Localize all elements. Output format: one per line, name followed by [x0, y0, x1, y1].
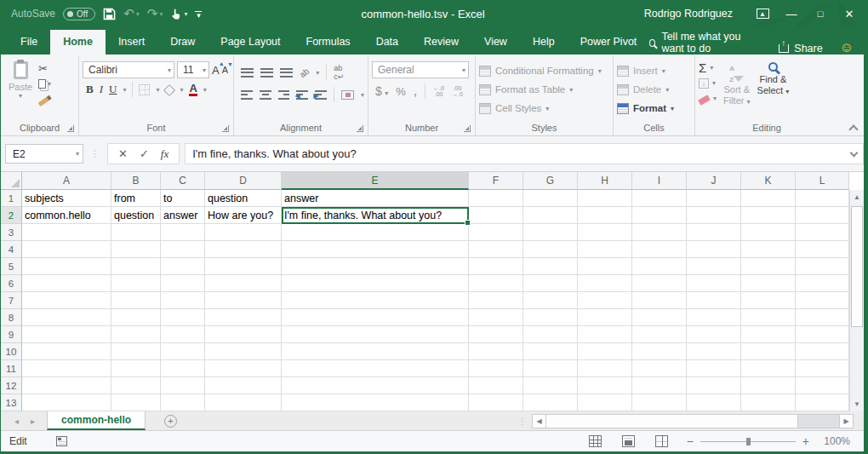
cell-G6[interactable] — [523, 275, 578, 292]
row-header-1[interactable]: 1 — [1, 190, 22, 207]
name-box-dropdown-icon[interactable]: ▾ — [76, 150, 79, 158]
borders-button[interactable] — [139, 84, 150, 95]
column-header-G[interactable]: G — [523, 172, 578, 190]
cell-E13[interactable] — [282, 394, 469, 411]
cell-B3[interactable] — [111, 224, 161, 241]
save-button[interactable] — [103, 8, 116, 20]
cell-F8[interactable] — [469, 309, 523, 326]
column-header-D[interactable]: D — [205, 172, 282, 190]
macro-record-icon[interactable] — [56, 436, 67, 446]
undo-button[interactable]: ↶ ▾ — [123, 6, 140, 21]
column-header-F[interactable]: F — [469, 172, 523, 190]
row-header-8[interactable]: 8 — [1, 309, 22, 326]
top-align-button[interactable] — [241, 68, 254, 78]
cell-E7[interactable] — [282, 292, 469, 309]
cell-H5[interactable] — [578, 258, 632, 275]
tab-scrollbar-splitter[interactable]: ⋮ — [518, 411, 527, 430]
formula-input[interactable]: I'm fine, thanks. What about you? — [185, 143, 845, 164]
zoom-in-icon[interactable]: + — [802, 435, 809, 447]
cell-B2[interactable]: question — [111, 207, 161, 224]
number-format-select[interactable]: General ▾ — [372, 61, 469, 78]
tab-view[interactable]: View — [471, 30, 520, 55]
row-header-4[interactable]: 4 — [1, 241, 22, 258]
cell-J2[interactable] — [687, 207, 741, 224]
cell-L12[interactable] — [796, 377, 849, 394]
cell-I3[interactable] — [632, 224, 687, 241]
cell-A10[interactable] — [22, 343, 111, 360]
comma-style-button[interactable]: , — [414, 89, 417, 94]
align-right-button[interactable] — [278, 90, 290, 100]
cell-I13[interactable] — [632, 394, 687, 411]
user-account[interactable]: Rodrigo Rodriguez — [644, 8, 733, 20]
cell-G3[interactable] — [523, 224, 578, 241]
sheet-tab-active[interactable]: common-hello — [47, 411, 146, 430]
cell-E4[interactable] — [282, 241, 469, 258]
cell-D10[interactable] — [205, 343, 282, 360]
cell-H8[interactable] — [578, 309, 632, 326]
tab-page-layout[interactable]: Page Layout — [208, 30, 293, 55]
prev-sheet-icon[interactable]: ◂ — [14, 417, 19, 426]
cell-C8[interactable] — [161, 309, 205, 326]
tab-home[interactable]: Home — [50, 30, 106, 55]
cell-H1[interactable] — [578, 190, 632, 207]
row-header-2[interactable]: 2 — [1, 207, 22, 224]
delete-cells-button[interactable]: Delete ▾ — [617, 81, 691, 98]
cell-H4[interactable] — [578, 241, 632, 258]
cell-E6[interactable] — [282, 275, 469, 292]
row-header-13[interactable]: 13 — [1, 394, 22, 411]
scroll-down-icon[interactable]: ▼ — [850, 397, 864, 411]
collapse-ribbon-button[interactable] — [849, 124, 857, 131]
vertical-scroll-thumb[interactable] — [851, 206, 863, 327]
cell-F5[interactable] — [469, 258, 523, 275]
format-painter-button[interactable] — [38, 93, 51, 106]
tab-formulas[interactable]: Formulas — [294, 30, 363, 55]
cell-A11[interactable] — [22, 360, 111, 377]
paste-button[interactable]: Paste ▾ — [4, 58, 37, 121]
conditional-formatting-button[interactable]: Conditional Formatting ▾ — [479, 62, 609, 79]
row-header-3[interactable]: 3 — [1, 224, 22, 241]
cell-A12[interactable] — [22, 377, 111, 394]
autosum-button[interactable]: Σ▾ — [699, 61, 717, 74]
close-button[interactable]: ✕ — [835, 0, 864, 27]
fill-color-button[interactable] — [163, 84, 175, 96]
share-button[interactable]: Share — [779, 43, 822, 55]
cell-J3[interactable] — [687, 224, 741, 241]
touch-mouse-mode-button[interactable]: ▾ — [170, 8, 187, 20]
cell-D9[interactable] — [205, 326, 282, 343]
cell-I10[interactable] — [632, 343, 687, 360]
horizontal-scrollbar[interactable]: ◀ ▶ — [532, 414, 854, 428]
cell-G5[interactable] — [523, 258, 578, 275]
tab-insert[interactable]: Insert — [106, 30, 157, 55]
row-header-12[interactable]: 12 — [1, 377, 22, 394]
cell-K3[interactable] — [741, 224, 796, 241]
column-header-B[interactable]: B — [111, 172, 161, 190]
align-left-button[interactable] — [241, 90, 253, 100]
cell-C2[interactable]: answer — [161, 207, 205, 224]
cell-L8[interactable] — [796, 309, 849, 326]
cell-C11[interactable] — [161, 360, 205, 377]
column-header-L[interactable]: L — [796, 172, 849, 190]
cell-K11[interactable] — [741, 360, 796, 377]
cell-I6[interactable] — [632, 275, 687, 292]
accounting-format-button[interactable]: $ ▾ — [375, 84, 388, 98]
cell-D12[interactable] — [205, 377, 282, 394]
cell-C1[interactable]: to — [161, 190, 205, 207]
borders-dropdown-icon[interactable]: ▾ — [156, 86, 159, 94]
cell-A6[interactable] — [22, 275, 111, 292]
bottom-align-button[interactable] — [280, 68, 293, 78]
cell-K1[interactable] — [741, 190, 796, 207]
cell-H10[interactable] — [578, 343, 632, 360]
tab-file[interactable]: File — [8, 30, 50, 55]
cell-G13[interactable] — [523, 394, 578, 411]
ribbon-display-options-button[interactable]: ▲ — [748, 0, 777, 27]
wrap-text-button[interactable]: abc↵ — [334, 64, 344, 81]
cell-J10[interactable] — [687, 343, 741, 360]
cell-F9[interactable] — [469, 326, 523, 343]
cell-J6[interactable] — [687, 275, 741, 292]
page-break-view-icon[interactable] — [655, 435, 668, 447]
cell-E10[interactable] — [282, 343, 469, 360]
column-header-J[interactable]: J — [687, 172, 741, 190]
row-header-6[interactable]: 6 — [1, 275, 22, 292]
cell-D7[interactable] — [205, 292, 282, 309]
accounting-dropdown-icon[interactable]: ▾ — [385, 89, 388, 97]
